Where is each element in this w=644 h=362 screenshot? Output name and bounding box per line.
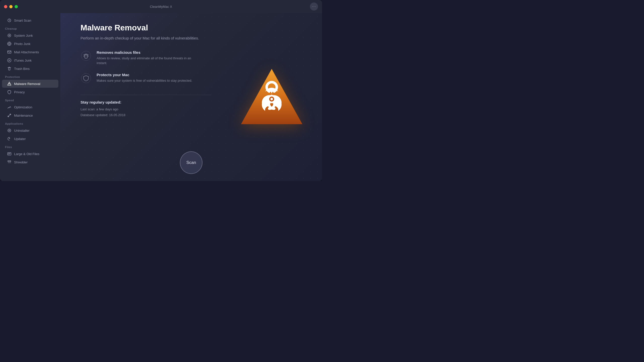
maintenance-icon bbox=[7, 113, 12, 118]
files-icon bbox=[7, 152, 12, 156]
close-button[interactable] bbox=[4, 5, 7, 8]
app-window: CleanMyMac X ··· Smart Scan Cleanup bbox=[0, 0, 322, 181]
sidebar-item-uninstaller-label: Uninstaller bbox=[14, 129, 29, 132]
sidebar-item-maintenance-label: Maintenance bbox=[14, 114, 33, 117]
svg-rect-15 bbox=[8, 153, 11, 155]
itunes-icon bbox=[7, 58, 12, 63]
feature-removes-text: Removes malicious files Allows to review… bbox=[97, 50, 202, 66]
smart-scan-icon bbox=[7, 18, 12, 23]
database-updated-label: Database updated: 16.05.2018 bbox=[80, 112, 302, 118]
photo-junk-icon bbox=[7, 41, 12, 46]
svg-point-14 bbox=[9, 130, 10, 131]
uninstaller-icon bbox=[7, 128, 12, 133]
sidebar-item-system-junk-label: System Junk bbox=[14, 34, 33, 37]
sidebar-item-large-files-label: Large & Old Files bbox=[14, 152, 39, 156]
menu-button[interactable]: ··· bbox=[310, 3, 318, 11]
sidebar-item-maintenance[interactable]: Maintenance bbox=[2, 111, 58, 119]
svg-point-10 bbox=[9, 83, 9, 84]
sidebar-item-photo-junk-label: Photo Junk bbox=[14, 42, 30, 46]
sidebar-item-smart-scan-label: Smart Scan bbox=[14, 19, 31, 22]
feature-protects-text: Protects your Mac Makes sure your system… bbox=[97, 73, 192, 83]
traffic-lights bbox=[4, 5, 18, 8]
feature-removes-desc: Allows to review, study and eliminate al… bbox=[97, 56, 202, 66]
feature-protects-title: Protects your Mac bbox=[97, 73, 192, 77]
sidebar-item-photo-junk[interactable]: Photo Junk bbox=[2, 40, 58, 48]
sidebar-item-trash-bins[interactable]: Trash Bins bbox=[2, 65, 58, 73]
system-junk-icon bbox=[7, 33, 12, 38]
scan-button[interactable]: Scan bbox=[180, 151, 203, 174]
sidebar-item-large-old-files[interactable]: Large & Old Files bbox=[2, 150, 58, 158]
svg-point-11 bbox=[10, 83, 10, 84]
feature-protects-mac: Protects your Mac Makes sure your system… bbox=[80, 73, 302, 84]
sidebar-item-itunes-label: iTunes Junk bbox=[14, 59, 32, 62]
sidebar-item-updater[interactable]: Updater bbox=[2, 135, 58, 143]
optimization-icon bbox=[7, 105, 12, 109]
update-title: Stay regulary updated: bbox=[80, 100, 302, 104]
sidebar-item-privacy[interactable]: Privacy bbox=[2, 88, 58, 96]
scan-button-wrapper: Scan bbox=[180, 151, 203, 174]
last-scan-label: Last scan: a few days ago bbox=[80, 106, 302, 112]
sidebar-item-trash-label: Trash Bins bbox=[14, 67, 30, 71]
main-panel: Malware Removal Perform an in-depth chec… bbox=[60, 13, 322, 181]
page-title: Malware Removal bbox=[80, 23, 302, 32]
sidebar-item-privacy-label: Privacy bbox=[14, 90, 25, 94]
content-area: Smart Scan Cleanup System Junk bbox=[0, 13, 322, 181]
sidebar-item-mail-attachments[interactable]: Mail Attachments bbox=[2, 48, 58, 56]
sidebar-item-uninstaller[interactable]: Uninstaller bbox=[2, 126, 58, 134]
sidebar-section-cleanup: Cleanup bbox=[0, 25, 60, 31]
svg-point-25 bbox=[81, 73, 91, 83]
sidebar-item-optimization-label: Optimization bbox=[14, 105, 32, 109]
sidebar-item-shredder-label: Shredder bbox=[14, 160, 27, 164]
minimize-button[interactable] bbox=[9, 5, 13, 8]
titlebar: CleanMyMac X ··· bbox=[0, 0, 322, 13]
svg-rect-16 bbox=[8, 161, 11, 162]
sidebar: Smart Scan Cleanup System Junk bbox=[0, 13, 60, 181]
update-section: Stay regulary updated: Last scan: a few … bbox=[80, 100, 302, 118]
svg-point-3 bbox=[9, 43, 10, 44]
shield-icon bbox=[80, 73, 92, 84]
feature-protects-desc: Makes sure your system is free of vulner… bbox=[97, 78, 192, 83]
sidebar-section-protection: Protection bbox=[0, 73, 60, 79]
sidebar-item-system-junk[interactable]: System Junk bbox=[2, 31, 58, 39]
malware-icon bbox=[7, 81, 12, 86]
features-list: Removes malicious files Allows to review… bbox=[80, 50, 302, 84]
updater-icon bbox=[7, 137, 12, 141]
sidebar-item-malware-label: Malware Removal bbox=[14, 82, 40, 86]
sidebar-item-updater-label: Updater bbox=[14, 137, 26, 141]
app-title: CleanMyMac X bbox=[150, 5, 172, 9]
scan-label: Scan bbox=[186, 160, 196, 165]
section-divider bbox=[80, 95, 211, 95]
sidebar-item-smart-scan[interactable]: Smart Scan bbox=[2, 16, 58, 24]
sidebar-section-files: Files bbox=[0, 143, 60, 150]
sidebar-item-itunes-junk[interactable]: iTunes Junk bbox=[2, 56, 58, 64]
svg-point-24 bbox=[87, 54, 87, 55]
svg-rect-8 bbox=[8, 51, 11, 53]
sidebar-item-optimization[interactable]: Optimization bbox=[2, 103, 58, 111]
sidebar-item-malware-removal[interactable]: Malware Removal bbox=[2, 80, 58, 88]
feature-removes-title: Removes malicious files bbox=[97, 50, 202, 55]
trash-icon bbox=[7, 66, 12, 71]
bug-icon bbox=[80, 50, 92, 61]
sidebar-section-speed: Speed bbox=[0, 96, 60, 103]
page-subtitle: Perform an in-depth checkup of your Mac … bbox=[80, 35, 206, 41]
mail-icon bbox=[7, 50, 12, 54]
feature-removes-malicious: Removes malicious files Allows to review… bbox=[80, 50, 302, 66]
maximize-button[interactable] bbox=[15, 5, 18, 8]
sidebar-item-shredder[interactable]: Shredder bbox=[2, 158, 58, 166]
svg-point-23 bbox=[85, 54, 86, 55]
dots-icon: ··· bbox=[312, 5, 316, 9]
sidebar-section-applications: Applications bbox=[0, 120, 60, 126]
privacy-icon bbox=[7, 90, 12, 94]
shredder-icon bbox=[7, 160, 12, 164]
sidebar-item-mail-label: Mail Attachments bbox=[14, 50, 39, 54]
